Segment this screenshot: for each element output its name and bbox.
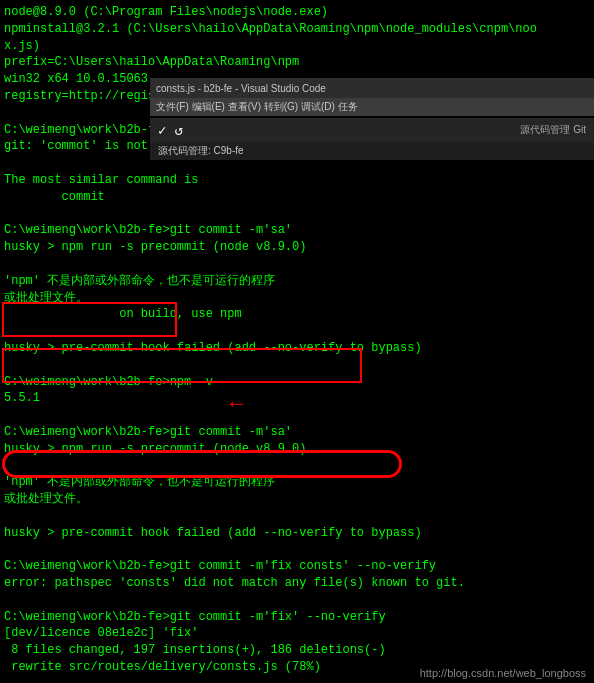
line-25: [4, 407, 590, 424]
line-3: x.js): [4, 38, 590, 55]
vscode-title: consts.js - b2b-fe - Visual Studio Code: [156, 83, 326, 94]
line-14: C:\weimeng\work\b2b-fe>git commit -m'sa': [4, 222, 590, 239]
line-35: error: pathspec 'consts' did not match a…: [4, 575, 590, 592]
line-33: [4, 542, 590, 559]
line-37: C:\weimeng\work\b2b-fe>git commit -m'fix…: [4, 609, 590, 626]
vscode-refresh-icon[interactable]: ↺: [174, 122, 182, 139]
line-32: husky > pre-commit hook failed (add --no…: [4, 525, 590, 542]
line-16: [4, 256, 590, 273]
line-29: 'npm' 不是内部或外部命令，也不是可运行的程序: [4, 474, 590, 491]
line-4: prefix=C:\Users\hailo\AppData\Roaming\np…: [4, 54, 590, 71]
line-36: [4, 592, 590, 609]
line-39: 8 files changed, 197 insertions(+), 186 …: [4, 642, 590, 659]
line-27: husky > npm run -s precommit (node v8.9.…: [4, 441, 590, 458]
line-15: husky > npm run -s precommit (node v8.9.…: [4, 239, 590, 256]
vscode-check-icon[interactable]: ✓: [158, 122, 166, 139]
line-34: C:\weimeng\work\b2b-fe>git commit -m'fix…: [4, 558, 590, 575]
line-13: [4, 206, 590, 223]
line-24: 5.5.1: [4, 390, 590, 407]
line-38: [dev/licence 08e1e2c] 'fix': [4, 625, 590, 642]
line-21: husky > pre-commit hook failed (add --no…: [4, 340, 590, 357]
line-1: node@8.9.0 (C:\Program Files\nodejs\node…: [4, 4, 590, 21]
line-20: [4, 323, 590, 340]
line-23: C:\weimeng\work\b2b-fe>npm -v: [4, 374, 590, 391]
line-2: npminstall@3.2.1 (C:\Users\hailo\AppData…: [4, 21, 590, 38]
line-30: 或批处理文件。: [4, 491, 590, 508]
line-26: C:\weimeng\work\b2b-fe>git commit -m'sa': [4, 424, 590, 441]
vscode-menu: 文件(F) 编辑(E) 查看(V) 转到(G) 调试(D) 任务: [156, 100, 358, 114]
line-12: commit: [4, 189, 590, 206]
line-18: 或批处理文件。: [4, 290, 590, 307]
line-19: on build, use npm: [4, 306, 590, 323]
line-31: [4, 508, 590, 525]
watermark: http://blog.csdn.net/web_longboss: [420, 667, 586, 679]
line-22: [4, 357, 590, 374]
line-28: [4, 458, 590, 475]
line-11: The most similar command is: [4, 172, 590, 189]
line-17: 'npm' 不是内部或外部命令，也不是可运行的程序: [4, 273, 590, 290]
vscode-branch-label: 源代码管理: C9b-fe: [158, 144, 244, 158]
terminal: node@8.9.0 (C:\Program Files\nodejs\node…: [0, 0, 594, 683]
vscode-git-label: 源代码管理 Git: [520, 123, 586, 137]
